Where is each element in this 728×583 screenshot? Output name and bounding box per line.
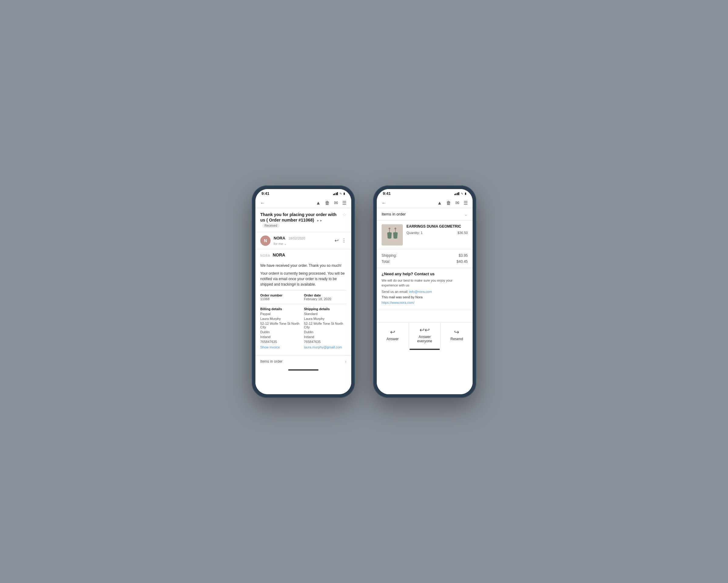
answer-everyone-icon-2: ↩↩: [419, 326, 430, 333]
total-price-2: $40.45: [457, 259, 468, 264]
status-bar-2: 9:41 ∿ ▮: [377, 189, 473, 198]
product-name-2: EARRINGS DUNIA GEOMETRIC: [407, 224, 468, 229]
billing-address: 52-12 Wolfe Tone St North City: [260, 322, 303, 329]
upload-icon-2[interactable]: ▲: [437, 201, 442, 205]
shipping-header: Shipping details: [304, 307, 346, 311]
resend-button-2[interactable]: ↪ Resend: [441, 323, 473, 347]
mail-icon-1[interactable]: ✉: [334, 201, 338, 205]
billing-header: Billing details: [260, 307, 303, 311]
items-in-order-row-1[interactable]: Items in order ›: [255, 355, 351, 367]
items-label-1: Items in order: [260, 359, 282, 363]
star-icon-1[interactable]: ☆: [342, 212, 346, 218]
website-url-2[interactable]: https://www.nora.com/: [382, 301, 468, 304]
answer-button-2[interactable]: ↩ Answer: [377, 323, 409, 347]
signal-icon-1: [333, 192, 338, 195]
toolbar-right-2: ▲ 🗑 ✉ ☰: [437, 201, 468, 205]
shipping-method: Standard: [304, 312, 346, 315]
shipping-country: Ireland: [304, 335, 346, 339]
body-para-2: Your order# is currently being processed…: [260, 271, 346, 287]
shipping-row-2: Shipping: $3.95: [382, 253, 468, 259]
total-row-2: Total: $40.45: [382, 259, 468, 264]
order-date-value: February 18, 2020: [304, 297, 346, 301]
wifi-icon-1: ∿: [339, 192, 342, 195]
total-label-2: Total:: [382, 259, 390, 264]
answer-everyone-label-2: Answer everyone: [411, 335, 438, 343]
billing-shipping-1: Billing details Paypal Laura Murphy 52-1…: [260, 304, 346, 349]
reply-icon-1[interactable]: ↩: [335, 238, 339, 243]
toolbar-left-2: ←: [382, 201, 386, 205]
product-price-2: $36.50: [458, 231, 468, 235]
more-icon-1[interactable]: ⋮: [342, 238, 346, 243]
order-date-section: Order date February 18, 2020: [304, 294, 346, 301]
email-label-2: Send us an email:: [382, 290, 408, 294]
for-me-label-1: for me ⌄: [274, 242, 287, 246]
email-subject-1: Thank you for placing your order with us…: [260, 212, 336, 223]
billing-payment: Paypal: [260, 312, 303, 315]
order-number-section: Order number 11068: [260, 294, 303, 301]
product-img-inner: [382, 224, 403, 246]
items-section-label-2: Items in order: [382, 212, 406, 217]
sender-date-1: 18/02/2020: [288, 236, 305, 240]
email-meta-1: N NORA 18/02/2020 for me ⌄ ↩ ⋮: [255, 232, 351, 250]
billing-phone: 765847635: [260, 340, 303, 344]
phone-1: 9:41 ∿ ▮ ← ▲: [252, 185, 355, 398]
toolbar-left-1: ←: [260, 201, 265, 205]
order-details-1: Order number 11068 Order date February 1…: [260, 290, 346, 301]
status-icons-2: ∿ ▮: [454, 192, 467, 195]
help-text-2: We will do our best to make sure you enj…: [382, 278, 468, 288]
menu-icon-1[interactable]: ☰: [342, 201, 346, 205]
answer-label-2: Answer: [386, 337, 398, 341]
back-button-2[interactable]: ←: [382, 201, 386, 205]
shipping-col: Shipping details Standard Laura Murphy 5…: [304, 307, 346, 349]
shipping-email-link[interactable]: laura.murphy@gmail.com: [304, 345, 346, 349]
billing-country: Ireland: [260, 335, 303, 339]
help-title-2: ¿Need any help? Contact us: [382, 272, 468, 276]
email-header-1: Thank you for placing your order with us…: [255, 208, 351, 232]
upload-icon-1[interactable]: ▲: [316, 201, 321, 205]
billing-col: Billing details Paypal Laura Murphy 52-1…: [260, 307, 303, 349]
email-content-2: Items in order ⌄: [377, 208, 473, 394]
product-image-2: [382, 224, 403, 246]
back-button-1[interactable]: ←: [260, 201, 265, 205]
home-bar-2: [410, 349, 440, 350]
brand-label-1: NORA: [260, 254, 270, 257]
status-time-1: 9:41: [261, 191, 269, 196]
home-bar-1: [288, 369, 318, 371]
battery-icon-1: ▮: [343, 192, 345, 195]
show-invoice-link[interactable]: Show invoice: [260, 345, 303, 349]
menu-icon-2[interactable]: ☰: [464, 201, 468, 205]
bottom-bar-2: ↩ Answer ↩↩ Answer everyone ↪ Resend: [377, 322, 473, 347]
status-icons-1: ∿ ▮: [333, 192, 345, 195]
help-email-2: Send us an email: info@nora.com: [382, 290, 468, 294]
status-bar-1: 9:41 ∿ ▮: [255, 189, 351, 198]
answer-everyone-button-2[interactable]: ↩↩ Answer everyone: [409, 323, 441, 347]
spacer-2: [377, 310, 473, 322]
help-section-2: ¿Need any help? Contact us We will do ou…: [377, 268, 473, 310]
trash-icon-1[interactable]: 🗑: [325, 201, 330, 205]
billing-name: Laura Murphy: [260, 317, 303, 321]
email-content-1: Thank you for placing your order with us…: [255, 208, 351, 394]
shipping-city: Dublin: [304, 330, 346, 334]
trash-icon-2[interactable]: 🗑: [446, 201, 451, 205]
avatar-1: N: [260, 235, 270, 246]
resend-icon-2: ↪: [454, 328, 459, 336]
wifi-icon-2: ∿: [461, 192, 463, 195]
sender-text-2: This mail was send by Nora: [382, 295, 468, 299]
email-link-2[interactable]: info@nora.com: [409, 290, 432, 294]
email-body-1: NORA NORA We have received your order. T…: [255, 250, 351, 355]
toolbar-2: ← ▲ 🗑 ✉ ☰: [377, 198, 473, 208]
resend-label-2: Resend: [450, 337, 463, 341]
toolbar-right-1: ▲ 🗑 ✉ ☰: [316, 201, 346, 205]
brand-name-1: NORA: [273, 253, 285, 257]
svg-point-2: [395, 228, 396, 229]
shipping-phone: 765847635: [304, 340, 346, 344]
meta-actions-1: ↩ ⋮: [335, 238, 346, 243]
quantity-label-2: Quantity: 1: [407, 231, 422, 235]
battery-icon-2: ▮: [465, 192, 467, 195]
product-qty-price-2: Quantity: 1 $36.50: [407, 231, 468, 235]
items-section-2[interactable]: Items in order ⌄: [377, 208, 473, 221]
sender-name-1: NORA: [274, 236, 285, 240]
mail-icon-2[interactable]: ✉: [455, 201, 459, 205]
home-indicator-1: [255, 367, 351, 372]
product-row-2: EARRINGS DUNIA GEOMETRIC Quantity: 1 $36…: [377, 221, 473, 250]
